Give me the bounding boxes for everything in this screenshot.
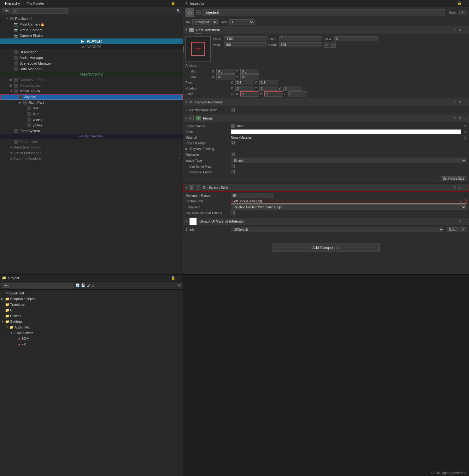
- color-swatch[interactable]: [231, 129, 461, 134]
- add-button[interactable]: +▾: [2, 9, 10, 13]
- pivot-x[interactable]: [235, 80, 254, 85]
- width-input[interactable]: [224, 42, 267, 47]
- source-image-target-icon[interactable]: ⊙: [464, 124, 466, 128]
- rect-r-btn[interactable]: R: [330, 42, 336, 48]
- canvas-renderer-settings[interactable]: ⇅: [458, 100, 461, 104]
- tree-item-yellow[interactable]: ⬛ yellow: [0, 122, 183, 128]
- scale-y[interactable]: [264, 91, 283, 96]
- pos-z-input[interactable]: [334, 36, 378, 41]
- on-screen-stick-settings[interactable]: ⇅: [458, 186, 461, 190]
- color-edit-icon[interactable]: ↗: [464, 130, 466, 134]
- player-bar[interactable]: ▶ PLAYER: [0, 38, 183, 44]
- image-menu[interactable]: ⋮: [464, 116, 467, 120]
- project-item-ui[interactable]: 📁 UI: [0, 307, 183, 313]
- control-path-dropdown-btn[interactable]: ▾: [460, 200, 462, 203]
- on-screen-stick-header[interactable]: ▼ # ✓ On-Screen Stick ? ⇅ ⋮: [183, 184, 469, 191]
- project-item-transition[interactable]: 📁 Transition: [0, 302, 183, 307]
- use-isolated-checkbox[interactable]: [231, 211, 235, 215]
- shader-dropdown[interactable]: UI/Default: [231, 227, 444, 232]
- use-sprite-mesh-checkbox[interactable]: [231, 165, 235, 168]
- rect-transform-help-icon[interactable]: ?: [454, 28, 456, 32]
- on-screen-stick-menu[interactable]: ⋮: [463, 186, 467, 190]
- rect-ratio-btn[interactable]: ⊞: [324, 42, 329, 48]
- search-input[interactable]: [11, 8, 68, 14]
- control-path-t-btn[interactable]: T: [463, 200, 465, 203]
- canvas-renderer-help[interactable]: ?: [454, 100, 456, 104]
- pos-x-input[interactable]: [224, 36, 267, 41]
- project-refresh-icon[interactable]: 🔄: [75, 283, 80, 287]
- layer-dropdown[interactable]: UI: [229, 19, 255, 25]
- anchors-min-y[interactable]: [240, 69, 259, 74]
- tree-item-joystick[interactable]: ⬛ Joystick: [0, 94, 183, 100]
- behaviour-dropdown[interactable]: Relative Position With Static Origin: [231, 204, 466, 210]
- tree-item-green[interactable]: ⬛ green: [0, 117, 183, 122]
- movement-range-input[interactable]: [231, 193, 274, 198]
- default-material-menu[interactable]: ⋮: [464, 219, 467, 223]
- tree-item-camera-shake[interactable]: 📷 Camera Shake: [0, 33, 183, 38]
- tree-item-gameover[interactable]: ▶ ⬛ GameOver Panel: [0, 77, 183, 83]
- rot-x[interactable]: [235, 86, 254, 91]
- tree-item-blue[interactable]: ⬛ blue: [0, 111, 183, 117]
- height-input[interactable]: [279, 42, 322, 47]
- image-enabled[interactable]: ✓: [189, 116, 194, 120]
- anchor-visual[interactable]: middle center: [185, 36, 211, 61]
- image-type-dropdown[interactable]: Simple: [231, 158, 466, 163]
- rot-z[interactable]: [283, 86, 302, 91]
- project-search-input[interactable]: [11, 283, 74, 288]
- tab-hierarchy[interactable]: Hierarchy: [2, 1, 23, 6]
- cull-transparent-checkbox[interactable]: [231, 108, 235, 112]
- on-screen-stick-help[interactable]: ?: [454, 186, 455, 190]
- tree-item-sceneload[interactable]: ⬛ SceneLoad Manager: [0, 61, 183, 66]
- default-material-help[interactable]: ?: [459, 219, 461, 223]
- tree-item-data-manager[interactable]: ⬛ Data Manager: [0, 66, 183, 72]
- canvas-renderer-menu[interactable]: ⋮: [464, 100, 467, 104]
- project-add-btn[interactable]: +▾: [2, 283, 10, 288]
- tree-item-mobile-touch[interactable]: ▼ ⬛ Mobile Touch: [0, 88, 183, 94]
- tree-item-persistent[interactable]: ▼ 🎮 Persistent*: [0, 16, 183, 21]
- cave-dot-icon[interactable]: ⋮: [177, 156, 181, 161]
- default-material-header[interactable]: ▼ Default UI Material (Material) ? ⋮: [183, 218, 469, 225]
- set-native-size-btn[interactable]: Set Native Size: [441, 176, 466, 181]
- project-item-settings[interactable]: ▼ 📁 Settings: [0, 319, 183, 324]
- pivot-y[interactable]: [259, 80, 278, 85]
- pos-y-input[interactable]: [279, 36, 322, 41]
- canvas-renderer-header[interactable]: ▼ 👁 Canvas Renderer ? ⇅ ⋮: [183, 98, 469, 106]
- project-item-utilities[interactable]: 📁 Utilities: [0, 313, 183, 319]
- on-screen-stick-enabled[interactable]: ✓: [196, 185, 200, 190]
- tree-item-red[interactable]: ⬛ red: [0, 105, 183, 111]
- rect-transform-settings-icon[interactable]: ⇅: [458, 28, 461, 32]
- project-item-fx[interactable]: ■ FX: [0, 341, 183, 347]
- object-name-input[interactable]: [202, 9, 445, 16]
- tab-tile-palette[interactable]: Tile Palette: [24, 1, 47, 6]
- scale-z[interactable]: [288, 91, 307, 96]
- tree-item-right-part[interactable]: ▶ ⬛ Right Part: [0, 100, 183, 105]
- static-dropdown-btn[interactable]: ▾: [459, 10, 466, 15]
- project-save-icon[interactable]: 💾: [81, 283, 85, 287]
- image-header[interactable]: ▼ ✓ I Image ? ⇅ ⋮: [183, 114, 469, 122]
- object-enabled-checkbox[interactable]: ✓: [196, 10, 201, 15]
- anchors-max-x[interactable]: [216, 74, 235, 79]
- anchors-max-y[interactable]: [240, 74, 259, 79]
- tag-dropdown[interactable]: Untagged: [192, 19, 218, 25]
- project-item-mainmixer[interactable]: ▼ ♪ MainMixer: [0, 330, 183, 336]
- tree-item-virtual-camera[interactable]: 📷 Virtual Camera: [0, 27, 183, 33]
- rect-transform-menu-icon[interactable]: ⋮: [464, 28, 467, 32]
- tree-item-forest[interactable]: ⊕ Forest (not loaded) ⋮: [0, 150, 183, 156]
- anchors-min-x[interactable]: [216, 69, 235, 74]
- tree-item-main-camera[interactable]: 📷 Main Camera 🔥: [0, 21, 183, 27]
- tree-item-ui-manager[interactable]: ⬛ UI Manager: [0, 49, 183, 55]
- raycast-target-checkbox[interactable]: [231, 141, 235, 145]
- maskable-checkbox[interactable]: [231, 153, 235, 156]
- project-paint-icon[interactable]: 🖌: [87, 284, 90, 287]
- forest-dot-icon[interactable]: ⋮: [177, 150, 181, 155]
- material-target-icon[interactable]: ⊙: [464, 136, 466, 140]
- tree-item-playerstatbar[interactable]: ▶ ⬛ PlayerStatBar: [0, 83, 183, 88]
- scale-x[interactable]: [240, 91, 259, 96]
- preserve-aspect-checkbox[interactable]: [231, 170, 235, 174]
- shader-menu-btn[interactable]: ≡: [460, 227, 466, 232]
- project-item-audiomix[interactable]: ▼ 📁 Audio Mix: [0, 324, 183, 330]
- tree-item-eventsystem[interactable]: ⬛ EventSystem: [0, 128, 183, 134]
- rect-transform-header[interactable]: ▼ ⊞ Rect Transform ? ⇅ ⋮: [183, 26, 469, 34]
- project-item-bgm[interactable]: ■ BGM: [0, 336, 183, 341]
- project-item-scriptable[interactable]: ▶ 📁 ScriptableObject: [0, 296, 183, 302]
